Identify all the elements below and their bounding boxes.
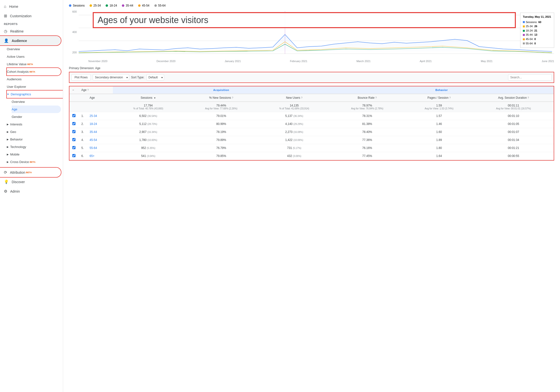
discover-icon: 💡 — [4, 179, 9, 184]
sidebar-realtime-label: Realtime — [10, 29, 24, 33]
row-avg-dur-5: 00:00:55 — [473, 152, 554, 160]
table-search-input[interactable] — [508, 74, 552, 80]
th-bounce-rate[interactable]: Bounce Rate ? — [330, 94, 405, 102]
help-icon3: ? — [301, 97, 302, 99]
total-new-users: 14,135 % of Total: 41.68% (33,914) — [259, 102, 330, 112]
row-checkbox-cell[interactable] — [70, 152, 78, 160]
x-label-2: January 2021 — [225, 60, 241, 63]
plot-rows-button[interactable]: Plot Rows — [71, 74, 91, 80]
sidebar-item-audiences[interactable]: Audiences — [7, 75, 61, 83]
th-pages-session[interactable]: Pages / Session ? — [405, 94, 473, 102]
age-link-1[interactable]: 18-24 — [90, 122, 97, 126]
behavior-header-text: Behavior — [435, 88, 448, 91]
sidebar-item-discover[interactable]: 💡 Discover — [0, 177, 61, 186]
sidebar-behavior-header[interactable]: ▶ Behavior — [7, 136, 63, 143]
age-link-4[interactable]: 55-64 — [90, 146, 97, 150]
sidebar-demographics-header[interactable]: ▼ Demographics — [7, 90, 63, 98]
row-checkbox-cell[interactable] — [70, 136, 78, 144]
row-pages-2: 1.60 — [405, 128, 473, 136]
th-avg-session[interactable]: Avg. Session Duration ? — [473, 94, 554, 102]
th-sessions[interactable]: Sessions ▼ — [113, 94, 183, 102]
row-checkbox-4[interactable] — [72, 146, 76, 149]
row-checkbox-1[interactable] — [72, 122, 76, 125]
age35-legend-label: 35-44 — [126, 4, 133, 7]
y-label-200: 200 — [69, 51, 77, 54]
row-pages-3: 1.89 — [405, 136, 473, 144]
technology-label: Technology — [10, 145, 26, 149]
age18-dot — [106, 4, 108, 7]
sidebar-item-audience[interactable]: 👤 Audience — [0, 36, 61, 45]
row-age-5: 65+ — [87, 152, 113, 160]
sessions-val-4: 952 — [141, 146, 146, 150]
row-sessions-0: 6,502 (36.54%) — [113, 112, 183, 120]
th-new-users[interactable]: New Users ? — [259, 94, 330, 102]
demographics-subgroup: Overview Age Gender — [7, 98, 63, 121]
attribution-icon: ⟳ — [4, 170, 7, 175]
row-new-users-5: 432 (3.06%) — [259, 152, 330, 160]
sidebar-item-attribution[interactable]: ⟳ Attribution BETA — [0, 168, 61, 177]
help-icon: ? — [87, 89, 89, 91]
age-link-0[interactable]: 25-34 — [90, 114, 97, 118]
sidebar-item-demo-overview[interactable]: Overview — [12, 98, 61, 106]
row-pct-new-4: 76.79% — [183, 144, 259, 152]
tooltip-r1-row: 25-34: 26 — [523, 24, 551, 29]
sidebar-interests-header[interactable]: ▶ Interests — [7, 121, 63, 128]
sidebar-item-lifetime-value[interactable]: Lifetime Value BETA — [7, 60, 61, 68]
sessions-val-3: 1,780 — [139, 138, 147, 142]
secondary-dim-select[interactable]: Secondary dimension — [93, 74, 129, 80]
row-checkbox-cell[interactable] — [70, 120, 78, 128]
row-checkbox-cell[interactable] — [70, 112, 78, 120]
tooltip-sessions-row: Sessions: 60 — [523, 20, 551, 24]
total-avg-dur: 00:01:11 Avg for View: 00:01:01 (16.57%) — [473, 102, 554, 112]
sidebar-audience-label: Audience — [12, 39, 27, 43]
sidebar-technology-header[interactable]: ▶ Technology — [7, 143, 63, 151]
row-bounce-4: 76.16% — [330, 144, 405, 152]
sidebar-geo-header[interactable]: ▶ Geo — [7, 128, 63, 136]
row-pages-5: 1.64 — [405, 152, 473, 160]
tooltip-r1-label: 25-34: — [526, 24, 533, 29]
row-pct-new-0: 79.01% — [183, 112, 259, 120]
sidebar-item-user-explorer[interactable]: User Explorer — [7, 83, 61, 90]
row-checkbox-cell[interactable] — [70, 144, 78, 152]
main-content: Sessions 25-34 18-24 35-44 45-54 55-64 — [63, 0, 560, 392]
sidebar-item-overview[interactable]: Overview — [7, 45, 61, 53]
row-rank-2: 3. — [78, 128, 87, 136]
total-sessions-sub: % of Total: 40.76% (43,660) — [116, 107, 180, 110]
sidebar-item-customization[interactable]: ⊞ Customization — [0, 11, 61, 21]
row-pages-0: 1.57 — [405, 112, 473, 120]
behavior-label: Behavior — [10, 137, 23, 141]
customization-icon: ⊞ — [4, 14, 7, 18]
sidebar-item-active-users[interactable]: Active Users — [7, 53, 61, 60]
sidebar-item-age[interactable]: Age — [12, 106, 61, 113]
row-checkbox-0[interactable] — [72, 114, 76, 117]
row-pct-new-3: 79.89% — [183, 136, 259, 144]
sidebar-mobile-header[interactable]: ▶ Mobile — [7, 151, 63, 158]
th-minus: − — [70, 86, 78, 94]
sidebar-item-home[interactable]: ⌂ Home — [0, 2, 61, 11]
row-checkbox-5[interactable] — [72, 154, 76, 157]
sort-type-select[interactable]: Default — [146, 74, 164, 80]
technology-arrow-icon: ▶ — [7, 146, 9, 148]
total-bounce-sub: Avg for View: 76.84% (2.78%) — [332, 107, 402, 110]
chart-title-text: Ages of your website visitors — [98, 15, 208, 25]
total-avg-sub: Avg for View: 00:01:01 (16.57%) — [476, 107, 551, 110]
y-label-600: 600 — [69, 10, 77, 13]
sidebar-cross-device-header[interactable]: ▶ Cross Device BETA — [7, 158, 63, 166]
age-link-5[interactable]: 65+ — [90, 154, 94, 158]
sidebar-item-cohort-analysis[interactable]: Cohort Analysis BETA — [7, 68, 61, 75]
sidebar-item-gender[interactable]: Gender — [12, 113, 61, 121]
row-checkbox-3[interactable] — [72, 138, 76, 141]
sidebar-item-realtime[interactable]: ◷ Realtime — [0, 26, 61, 36]
th-age[interactable]: Age ? — [78, 86, 113, 94]
sessions-dot — [69, 4, 71, 7]
cohort-beta-badge: BETA — [29, 71, 35, 73]
age-link-3[interactable]: 45-54 — [90, 138, 97, 142]
sidebar-item-admin[interactable]: ⚙ Admin — [0, 186, 61, 196]
row-checkbox-2[interactable] — [72, 130, 76, 133]
tooltip-r5-label: 55-64: — [526, 41, 533, 46]
th-pct-new-sessions[interactable]: % New Sessions ? — [183, 94, 259, 102]
total-bounce-val: 78.97% — [332, 104, 402, 107]
admin-icon: ⚙ — [4, 189, 7, 194]
age-link-2[interactable]: 35-44 — [90, 130, 97, 134]
row-checkbox-cell[interactable] — [70, 128, 78, 136]
